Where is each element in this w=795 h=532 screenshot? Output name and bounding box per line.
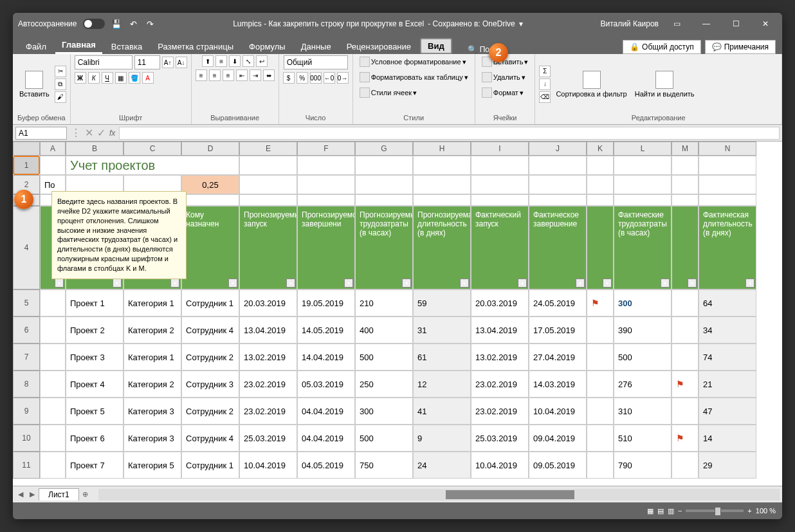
sort-filter-button[interactable]: Сортировка и фильтр bbox=[553, 69, 629, 99]
border-icon[interactable]: ▦ bbox=[115, 72, 127, 84]
orientation-icon[interactable]: ⤡ bbox=[242, 55, 254, 67]
format-painter-icon[interactable]: 🖌 bbox=[55, 91, 66, 103]
cancel-icon[interactable]: ✕ bbox=[85, 127, 93, 139]
increase-indent-icon[interactable]: ⇥ bbox=[250, 69, 261, 81]
plan-end[interactable]: 05.03.2019 bbox=[297, 371, 355, 398]
col-header-D[interactable]: D bbox=[181, 142, 239, 156]
plan-hours[interactable]: 250 bbox=[355, 371, 413, 398]
act-start[interactable]: 13.04.2019 bbox=[471, 316, 529, 344]
tab-data[interactable]: Данные bbox=[295, 39, 338, 54]
tab-file[interactable]: Файл bbox=[19, 39, 53, 54]
plan-end[interactable]: 04.04.2019 bbox=[297, 398, 355, 425]
assignee[interactable]: Сотрудник 4 bbox=[181, 316, 239, 344]
align-middle-icon[interactable]: ≡ bbox=[215, 55, 227, 67]
flag-m[interactable] bbox=[672, 316, 699, 344]
cell-A1[interactable] bbox=[40, 156, 66, 175]
fill-color-icon[interactable]: 🪣 bbox=[129, 72, 140, 84]
filter-icon[interactable]: ▾ bbox=[286, 279, 295, 288]
act-hours[interactable]: 790 bbox=[614, 452, 672, 479]
act-days[interactable]: 64 bbox=[699, 289, 756, 316]
decrease-font-icon[interactable]: A↓ bbox=[176, 57, 187, 68]
plan-start[interactable]: 23.02.2019 bbox=[239, 398, 297, 425]
project-name[interactable]: Проект 4 bbox=[66, 371, 123, 398]
percent-icon[interactable]: % bbox=[297, 72, 308, 84]
filter-icon[interactable]: ▾ bbox=[460, 279, 469, 288]
cell[interactable] bbox=[413, 156, 471, 175]
conditional-formatting-button[interactable]: Условное форматирование▾ bbox=[357, 55, 469, 68]
col-header-C[interactable]: C bbox=[123, 142, 181, 156]
copy-icon[interactable]: ⧉ bbox=[55, 78, 66, 90]
filter-icon[interactable]: ▾ bbox=[55, 279, 64, 288]
row-header-4[interactable]: 4 bbox=[13, 206, 40, 289]
filter-icon[interactable]: ▾ bbox=[113, 279, 122, 288]
header-cell[interactable]: Прогнозируемые трудозатраты (в часах)▾ bbox=[355, 206, 413, 289]
cell[interactable] bbox=[471, 175, 529, 194]
tab-review[interactable]: Рецензирование bbox=[340, 39, 417, 54]
dropdown-icon[interactable]: ▾ bbox=[519, 19, 523, 28]
close-icon[interactable]: ✕ bbox=[754, 15, 777, 33]
cell[interactable] bbox=[40, 316, 66, 344]
plan-hours[interactable]: 500 bbox=[355, 344, 413, 371]
header-cell[interactable]: Фактическая длительность (в днях)▾ bbox=[699, 206, 756, 289]
act-hours[interactable]: 390 bbox=[614, 316, 672, 344]
assignee[interactable]: Сотрудник 2 bbox=[181, 344, 239, 371]
plan-days[interactable]: 12 bbox=[413, 371, 471, 398]
col-header-I[interactable]: I bbox=[471, 142, 529, 156]
act-days[interactable]: 34 bbox=[699, 316, 756, 344]
delete-cells-button[interactable]: Удалить▾ bbox=[479, 71, 528, 84]
plan-end[interactable]: 14.05.2019 bbox=[297, 316, 355, 344]
find-select-button[interactable]: Найти и выделить bbox=[632, 69, 697, 99]
align-bottom-icon[interactable]: ⬇ bbox=[229, 55, 241, 67]
col-header-N[interactable]: N bbox=[699, 142, 756, 156]
project-name[interactable]: Проект 7 bbox=[66, 452, 123, 479]
save-icon[interactable]: 💾 bbox=[111, 19, 122, 29]
formula-input[interactable] bbox=[119, 127, 780, 140]
plan-hours[interactable]: 210 bbox=[355, 289, 413, 316]
flag-k[interactable] bbox=[587, 452, 614, 479]
sheet-next-icon[interactable]: ▶ bbox=[27, 490, 37, 500]
header-cell[interactable]: ▾ bbox=[587, 206, 614, 289]
tab-formulas[interactable]: Формулы bbox=[242, 39, 292, 54]
filter-icon[interactable]: ▾ bbox=[402, 279, 411, 288]
row-header-1[interactable]: 1 bbox=[13, 156, 40, 175]
pct-cell[interactable]: 0,25 bbox=[181, 175, 239, 194]
header-cell[interactable]: Фактические трудозатраты (в часах)▾ bbox=[614, 206, 672, 289]
col-header-L[interactable]: L bbox=[614, 142, 672, 156]
header-cell[interactable]: Фактический запуск▾ bbox=[471, 206, 529, 289]
cell[interactable] bbox=[614, 156, 672, 175]
decrease-decimal-icon[interactable]: 0→ bbox=[337, 72, 349, 84]
horizontal-scrollbar[interactable] bbox=[98, 489, 780, 500]
cell[interactable] bbox=[471, 156, 529, 175]
filter-icon[interactable]: ▾ bbox=[344, 279, 353, 288]
font-name-select[interactable]: Calibri bbox=[75, 55, 132, 69]
cell[interactable] bbox=[529, 194, 587, 206]
cell[interactable] bbox=[699, 156, 756, 175]
flag-k[interactable]: ⚑ bbox=[587, 289, 614, 316]
plan-start[interactable]: 10.04.2019 bbox=[239, 452, 297, 479]
cell[interactable] bbox=[297, 175, 355, 194]
view-normal-icon[interactable]: ▦ bbox=[647, 507, 653, 515]
plan-days[interactable]: 31 bbox=[413, 316, 471, 344]
act-hours[interactable]: 510 bbox=[614, 425, 672, 452]
flag-k[interactable] bbox=[587, 344, 614, 371]
category[interactable]: Категория 5 bbox=[123, 452, 181, 479]
cell[interactable] bbox=[672, 156, 699, 175]
redo-icon[interactable]: ↷ bbox=[145, 19, 155, 29]
align-right-icon[interactable]: ≡ bbox=[223, 69, 234, 81]
flag-m[interactable]: ⚑ bbox=[672, 371, 699, 398]
act-days[interactable]: 14 bbox=[699, 425, 756, 452]
act-start[interactable]: 20.03.2019 bbox=[471, 289, 529, 316]
header-cell[interactable]: Прогнозируемый запуск▾ bbox=[239, 206, 297, 289]
cell[interactable] bbox=[587, 194, 614, 206]
zoom-level[interactable]: 100 % bbox=[756, 507, 776, 515]
flag-k[interactable] bbox=[587, 316, 614, 344]
currency-icon[interactable]: $ bbox=[283, 72, 295, 84]
act-hours[interactable]: 276 bbox=[614, 371, 672, 398]
cell[interactable] bbox=[40, 289, 66, 316]
act-end[interactable]: 09.05.2019 bbox=[529, 452, 587, 479]
act-start[interactable]: 25.03.2019 bbox=[471, 425, 529, 452]
number-format-select[interactable]: Общий bbox=[284, 55, 348, 69]
merge-icon[interactable]: ⬌ bbox=[263, 69, 275, 81]
plan-end[interactable]: 04.04.2019 bbox=[297, 425, 355, 452]
format-as-table-button[interactable]: Форматировать как таблицу▾ bbox=[357, 71, 471, 84]
